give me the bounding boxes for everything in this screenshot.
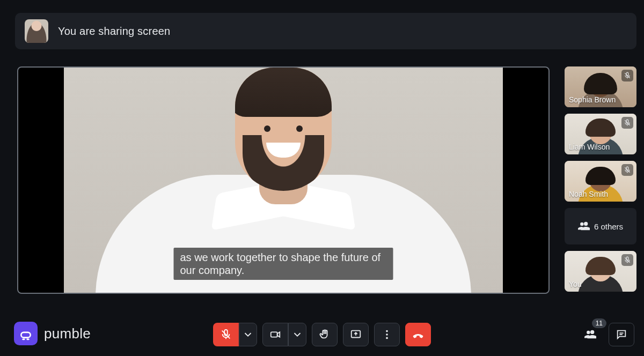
more-icon [381, 329, 393, 340]
participant-name: Noah Smith [569, 190, 632, 198]
svg-marker-9 [277, 332, 280, 337]
people-button[interactable]: 11 [577, 323, 603, 346]
main-video[interactable]: as we work together to shape the future … [17, 66, 550, 294]
mic-muted-icon [621, 254, 633, 266]
svg-point-11 [386, 330, 388, 332]
mic-muted-icon [621, 117, 633, 129]
participant-name: Liam Wilson [569, 143, 632, 151]
brand-name: pumble [44, 325, 91, 342]
chevron-down-icon [242, 329, 254, 340]
live-caption: as we work together to shape the future … [174, 248, 393, 280]
more-options-button[interactable] [374, 323, 400, 346]
mic-options-button[interactable] [239, 323, 257, 346]
mic-muted-icon [621, 164, 633, 176]
raise-hand-icon [319, 329, 331, 340]
people-icon [578, 220, 590, 232]
participant-tile[interactable]: Noah Smith [565, 161, 636, 202]
svg-point-12 [386, 333, 388, 336]
sharing-banner: You are sharing screen [15, 13, 636, 49]
hangup-icon [412, 329, 424, 340]
others-label: 6 others [594, 222, 623, 231]
svg-rect-4 [21, 332, 30, 338]
present-icon [350, 329, 362, 340]
camera-options-button[interactable] [288, 323, 306, 346]
participants-column: Sophia Brown Liam Wilson Noah Smith 6 ot… [565, 66, 636, 292]
participant-tile[interactable]: Liam Wilson [565, 114, 636, 154]
brand: pumble [14, 322, 91, 345]
mic-toggle-button[interactable] [213, 323, 239, 346]
chat-button[interactable] [609, 323, 634, 346]
brand-logo-icon [14, 322, 38, 345]
right-tools: 11 [577, 323, 634, 346]
chat-icon [616, 329, 627, 340]
others-tile[interactable]: 6 others [565, 208, 636, 244]
participant-tile[interactable]: Sophia Brown [565, 66, 636, 107]
self-name: You [569, 280, 632, 288]
svg-point-13 [386, 337, 388, 339]
call-toolbar [213, 323, 431, 346]
participant-name: Sophia Brown [569, 95, 632, 104]
mic-muted-icon [621, 70, 633, 81]
banner-text: You are sharing screen [58, 25, 170, 38]
presenter-video: as we work together to shape the future … [64, 68, 503, 293]
camera-toggle-button[interactable] [262, 323, 288, 346]
svg-rect-8 [271, 332, 277, 337]
banner-avatar [25, 19, 48, 43]
hangup-button[interactable] [405, 323, 431, 346]
people-icon [584, 329, 596, 340]
people-count-badge: 11 [592, 318, 606, 328]
chevron-down-icon [291, 329, 303, 340]
raise-hand-button[interactable] [312, 323, 338, 346]
present-screen-button[interactable] [343, 323, 369, 346]
self-tile[interactable]: You [565, 251, 636, 292]
